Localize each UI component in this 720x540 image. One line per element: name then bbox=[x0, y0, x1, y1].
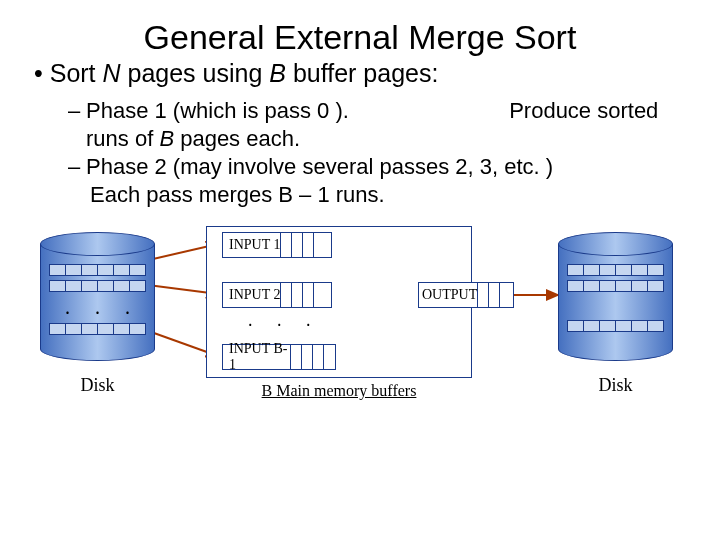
input-2-label: INPUT 2 bbox=[229, 287, 280, 303]
disk-input-label: Disk bbox=[40, 375, 155, 396]
input-b-label: INPUT B-1 bbox=[229, 341, 290, 373]
sub-final: Each pass merges B – 1 runs. bbox=[90, 182, 692, 208]
main-bullet-text: Sort N pages using B buffer pages: bbox=[50, 59, 439, 87]
input-b-buffer: INPUT B-1 bbox=[222, 344, 336, 370]
sub-phase-2: –Phase 2 (may involve several passes 2, … bbox=[68, 154, 692, 180]
main-bullet: Sort N pages using B buffer pages: bbox=[34, 59, 692, 88]
disk-input-dots: . . . bbox=[41, 296, 154, 319]
phase1-c: runs of B pages each. bbox=[86, 126, 300, 151]
merge-sort-diagram: . . . Disk INPUT 1 INPUT 2 . . . INPUT B… bbox=[28, 222, 688, 422]
output-buffer: OUTPUT bbox=[418, 282, 514, 308]
phase1-a: Phase 1 (which is pass 0 ). bbox=[86, 98, 349, 123]
sub-phase-1-cont: runs of B pages each. bbox=[68, 126, 692, 152]
disk-input: . . . Disk bbox=[40, 232, 155, 396]
sub-phase-1: –Phase 1 (which is pass 0 ). Produce sor… bbox=[68, 98, 692, 124]
input-1-label: INPUT 1 bbox=[229, 237, 280, 253]
input-2-buffer: INPUT 2 bbox=[222, 282, 332, 308]
input-1-buffer: INPUT 1 bbox=[222, 232, 332, 258]
buffer-ellipsis: . . . bbox=[248, 310, 321, 331]
disk-output-label: Disk bbox=[558, 375, 673, 396]
output-label: OUTPUT bbox=[422, 287, 477, 303]
sub-bullets: –Phase 1 (which is pass 0 ). Produce sor… bbox=[68, 98, 692, 208]
memory-label: B Main memory buffers bbox=[216, 382, 462, 400]
slide-title: General External Merge Sort bbox=[28, 18, 692, 57]
disk-output: . . . Disk bbox=[558, 232, 673, 396]
phase1-b: Produce sorted bbox=[509, 98, 658, 123]
phase2: Phase 2 (may involve several passes 2, 3… bbox=[86, 154, 553, 179]
